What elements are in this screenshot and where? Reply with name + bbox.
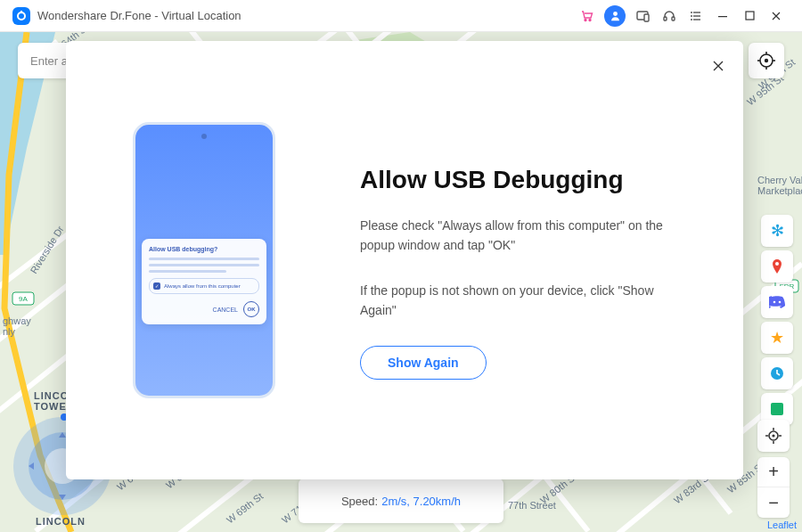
svg-point-44 xyxy=(779,301,782,304)
phone-illustration: Allow USB debugging? ✓ Always allow from… xyxy=(133,122,275,398)
phone-ok-label: OK xyxy=(243,301,259,317)
speed-display: Speed: 2m/s, 7.20km/h xyxy=(299,479,503,523)
svg-rect-1 xyxy=(20,11,22,13)
svg-point-43 xyxy=(773,301,776,304)
svg-point-9 xyxy=(691,12,692,13)
zoom-control: + − xyxy=(757,457,790,518)
show-again-button[interactable]: Show Again xyxy=(360,346,487,380)
account-icon[interactable] xyxy=(604,5,626,27)
svg-point-3 xyxy=(589,19,591,20)
speed-label: Speed: xyxy=(341,495,378,508)
svg-rect-12 xyxy=(693,15,700,16)
phone-popup-title: Allow USB debugging? xyxy=(149,246,259,252)
locate-button[interactable] xyxy=(757,420,790,452)
modal-close-button[interactable] xyxy=(708,55,729,77)
search-placeholder: Enter a xyxy=(30,54,68,68)
phone-checkbox-label: Always allow from this computer xyxy=(164,283,241,289)
svg-rect-16 xyxy=(746,12,754,20)
favorites-icon[interactable]: ★ xyxy=(761,322,793,354)
svg-point-0 xyxy=(18,12,25,20)
cart-icon[interactable] xyxy=(574,3,601,29)
speed-value: 2m/s, 7.20km/h xyxy=(381,495,461,508)
zoom-in-button[interactable]: + xyxy=(757,457,790,487)
window-close-icon[interactable] xyxy=(763,3,790,29)
svg-rect-10 xyxy=(693,12,700,12)
device-icon[interactable] xyxy=(629,3,656,29)
app-logo-icon xyxy=(12,7,30,25)
modal-title: Allow USB Debugging xyxy=(360,166,708,194)
side-tools: ✻ ★ xyxy=(761,215,793,425)
svg-point-2 xyxy=(585,19,586,20)
phone-cancel-label: CANCEL xyxy=(213,307,238,313)
window-title: Wondershare Dr.Fone - Virtual Location xyxy=(37,9,241,22)
svg-point-13 xyxy=(691,19,692,20)
svg-point-42 xyxy=(775,262,779,266)
svg-rect-15 xyxy=(718,16,727,17)
svg-rect-7 xyxy=(664,17,667,20)
freeze-icon[interactable]: ✻ xyxy=(761,215,793,247)
modal-body-2: If the popup is not shown on your device… xyxy=(360,281,681,321)
discord-icon[interactable] xyxy=(761,286,793,318)
svg-point-11 xyxy=(691,15,692,17)
svg-rect-6 xyxy=(644,14,649,21)
modal-body-1: Please check "Always allow from this com… xyxy=(360,216,681,256)
zoom-out-button[interactable]: − xyxy=(757,487,790,518)
usb-debugging-modal: Allow USB debugging? ✓ Always allow from… xyxy=(66,41,743,479)
svg-point-48 xyxy=(772,434,774,437)
history-icon[interactable] xyxy=(761,357,793,389)
map-attribution[interactable]: Leaflet xyxy=(767,520,797,530)
minimize-icon[interactable] xyxy=(709,3,736,29)
modal-content: Allow USB Debugging Please check "Always… xyxy=(342,41,743,479)
phone-popup-illustration: Allow USB debugging? ✓ Always allow from… xyxy=(142,239,266,324)
svg-rect-14 xyxy=(693,19,700,20)
titlebar: Wondershare Dr.Fone - Virtual Location xyxy=(0,0,802,32)
svg-rect-8 xyxy=(672,17,675,20)
svg-text:9A: 9A xyxy=(19,295,28,303)
svg-rect-46 xyxy=(771,403,783,415)
modal-illustration: Allow USB debugging? ✓ Always allow from… xyxy=(66,41,342,479)
headset-icon[interactable] xyxy=(656,3,683,29)
menu-icon[interactable] xyxy=(683,3,709,29)
recenter-button[interactable] xyxy=(749,43,784,78)
maximize-icon[interactable] xyxy=(736,3,763,29)
svg-point-4 xyxy=(613,12,618,16)
google-maps-icon[interactable] xyxy=(761,250,793,282)
svg-point-37 xyxy=(765,59,768,62)
phone-checkbox: ✓ Always allow from this computer xyxy=(149,278,259,294)
